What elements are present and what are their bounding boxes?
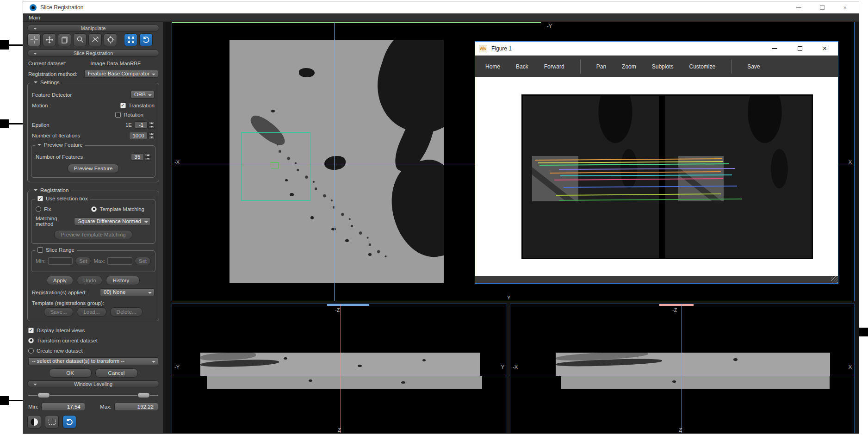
matching-method-dropdown[interactable]: Square Difference Normed bbox=[74, 218, 151, 225]
crosshair-tool-button[interactable] bbox=[27, 33, 41, 46]
figure-toolbar: Home Back Forward Pan Zoom Subplots Cust… bbox=[475, 56, 838, 77]
settings-group-title[interactable]: Settings bbox=[31, 80, 62, 85]
figure-canvas bbox=[475, 77, 838, 276]
undo-button[interactable]: Undo bbox=[77, 276, 103, 285]
display-lateral-views-checkbox[interactable]: ✓ Display lateral views bbox=[28, 328, 85, 333]
figure-window[interactable]: Figure 1 × Home Back Forward Pan Zo bbox=[475, 41, 838, 284]
selection-region-button[interactable] bbox=[45, 415, 59, 429]
figure-close-icon[interactable]: × bbox=[823, 44, 827, 53]
figure-maximize-icon[interactable] bbox=[798, 46, 802, 51]
lr-axis-right-label: X bbox=[849, 364, 852, 370]
checkbox-icon[interactable] bbox=[115, 112, 121, 118]
lateral-left-vertical-crosshair[interactable] bbox=[341, 304, 341, 433]
lateral-left-top-bar[interactable] bbox=[327, 304, 369, 306]
main-axis-left-label: -X bbox=[174, 159, 180, 165]
spinner-arrows[interactable] bbox=[149, 122, 155, 129]
zoom-tool-button[interactable] bbox=[73, 33, 87, 46]
lateral-viewport-left[interactable]: -Z -Y Y Z bbox=[172, 304, 507, 433]
lateral-right-vertical-crosshair[interactable] bbox=[682, 304, 682, 433]
reset-view-button[interactable] bbox=[139, 33, 153, 46]
load-template-button[interactable]: Load... bbox=[77, 307, 106, 317]
minimize-icon[interactable] bbox=[796, 7, 801, 8]
slice-min-input[interactable] bbox=[48, 257, 73, 265]
target-tool-button[interactable] bbox=[104, 33, 117, 46]
ok-button[interactable]: OK bbox=[49, 368, 92, 378]
inner-selection-box[interactable] bbox=[271, 162, 279, 168]
resize-grip[interactable] bbox=[831, 276, 838, 283]
apply-button[interactable]: Apply bbox=[47, 276, 73, 285]
registrations-applied-dropdown[interactable]: 00) None bbox=[100, 288, 155, 296]
translation-checkbox[interactable]: ✓ Translation bbox=[120, 103, 155, 108]
toolbar-customize[interactable]: Customize bbox=[689, 63, 715, 70]
window-leveling-section-header[interactable]: Window Leveling bbox=[27, 380, 159, 387]
epsilon-spinner[interactable]: -1 bbox=[135, 121, 148, 129]
slice-min-set-button[interactable]: Set bbox=[75, 257, 91, 265]
main-vertical-crosshair[interactable] bbox=[334, 22, 335, 301]
template-matching-radio[interactable]: Template Matching bbox=[91, 206, 144, 212]
slice-max-set-button[interactable]: Set bbox=[135, 257, 151, 265]
radio-selected-icon[interactable] bbox=[28, 338, 34, 343]
pan-tool-button[interactable] bbox=[43, 33, 56, 46]
fix-radio[interactable]: Fix bbox=[36, 206, 51, 212]
maximize-icon[interactable] bbox=[820, 5, 825, 10]
slider-max-handle[interactable] bbox=[137, 392, 150, 398]
close-icon[interactable]: × bbox=[843, 5, 847, 11]
contrast-button[interactable] bbox=[27, 415, 41, 429]
wl-max-value[interactable]: 192.22 bbox=[114, 403, 158, 411]
registration-group-title[interactable]: Registration bbox=[31, 187, 71, 193]
fit-view-button[interactable] bbox=[124, 33, 137, 46]
create-new-dataset-radio[interactable]: Create new dataset bbox=[28, 348, 83, 354]
radio-icon[interactable] bbox=[36, 206, 41, 212]
preview-template-matching-button[interactable]: Preview Template Matching bbox=[54, 230, 132, 239]
feature-detector-dropdown[interactable]: ORB bbox=[130, 91, 155, 99]
app-titlebar[interactable]: Slice Registration × bbox=[23, 1, 859, 13]
figure-minimize-icon[interactable] bbox=[772, 48, 777, 49]
slice-range-checkbox[interactable]: Slice Range bbox=[35, 247, 77, 253]
menu-main[interactable]: Main bbox=[29, 15, 40, 20]
crosshair-icon bbox=[30, 36, 38, 44]
checkbox-checked-icon[interactable]: ✓ bbox=[37, 196, 43, 201]
cancel-button[interactable]: Cancel bbox=[95, 368, 138, 378]
use-selection-box-checkbox[interactable]: ✓ Use selection box bbox=[35, 196, 90, 201]
checkbox-icon[interactable] bbox=[37, 247, 43, 253]
reset-leveling-button[interactable] bbox=[62, 415, 76, 429]
toolbar-pan[interactable]: Pan bbox=[596, 63, 606, 70]
layers-tool-button[interactable] bbox=[58, 33, 71, 46]
figure-titlebar[interactable]: Figure 1 × bbox=[475, 42, 838, 56]
num-features-spinner[interactable]: 35 bbox=[131, 153, 144, 161]
lr-axis-bottom-label: Z bbox=[679, 427, 682, 433]
rotation-checkbox[interactable]: Rotation bbox=[115, 112, 143, 118]
toolbar-save[interactable]: Save bbox=[747, 63, 760, 70]
radio-selected-icon[interactable] bbox=[91, 206, 97, 212]
radio-icon[interactable] bbox=[28, 348, 34, 354]
preview-feature-button[interactable]: Preview Feature bbox=[68, 164, 119, 173]
annotation-marker-3 bbox=[0, 396, 9, 405]
transform-current-radio[interactable]: Transform current dataset bbox=[28, 338, 98, 343]
spinner-arrows[interactable] bbox=[145, 154, 151, 161]
toolbar-subplots[interactable]: Subplots bbox=[652, 63, 674, 70]
other-datasets-dropdown[interactable]: -- select other dataset(s) to transform … bbox=[28, 357, 158, 365]
iterations-spinner[interactable]: 1000 bbox=[129, 132, 148, 139]
toolbar-forward[interactable]: Forward bbox=[544, 63, 564, 70]
registration-method-dropdown[interactable]: Feature Base Comparator bbox=[84, 70, 158, 78]
preview-feature-group-title[interactable]: Preview Feature bbox=[35, 142, 85, 148]
checkbox-checked-icon[interactable]: ✓ bbox=[120, 103, 126, 108]
manipulate-section-header[interactable]: Manipulate bbox=[27, 25, 159, 31]
lateral-viewport-right[interactable]: -Z -X X Z bbox=[510, 304, 855, 433]
wl-min-value[interactable]: 17.54 bbox=[41, 403, 85, 411]
slice-max-input[interactable] bbox=[107, 257, 132, 265]
slice-tool-button[interactable] bbox=[88, 33, 102, 46]
lateral-right-top-bar[interactable] bbox=[659, 304, 694, 306]
delete-template-button[interactable]: Delete... bbox=[110, 307, 143, 317]
toolbar-home[interactable]: Home bbox=[485, 63, 500, 70]
window-leveling-slider[interactable] bbox=[28, 392, 158, 399]
toolbar-back[interactable]: Back bbox=[516, 63, 528, 70]
history-button[interactable]: History... bbox=[106, 276, 140, 285]
toolbar-zoom[interactable]: Zoom bbox=[622, 63, 636, 70]
toolbar-separator bbox=[731, 60, 732, 74]
save-template-button[interactable]: Save... bbox=[44, 307, 74, 317]
slice-registration-section-header[interactable]: Slice Registration bbox=[27, 50, 159, 56]
spinner-arrows[interactable] bbox=[149, 132, 155, 139]
checkbox-checked-icon[interactable]: ✓ bbox=[28, 328, 34, 333]
slider-min-handle[interactable] bbox=[37, 392, 50, 398]
